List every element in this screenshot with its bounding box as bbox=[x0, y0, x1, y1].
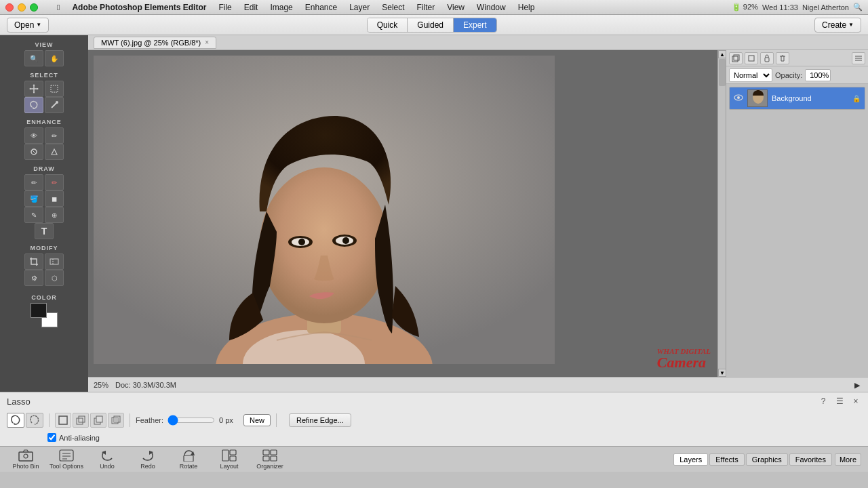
clone-tool[interactable]: ⊕ bbox=[45, 207, 64, 223]
layer-item-background[interactable]: Background 🔒 bbox=[729, 87, 865, 110]
scroll-thumb[interactable] bbox=[719, 59, 726, 86]
svg-marker-1 bbox=[33, 92, 35, 94]
status-arrow-btn[interactable]: ▶ bbox=[854, 381, 863, 389]
tab-close-btn[interactable]: × bbox=[205, 39, 209, 46]
close-button[interactable] bbox=[5, 3, 14, 12]
magic-wand-tool[interactable] bbox=[45, 97, 64, 113]
more-button[interactable]: More bbox=[835, 453, 861, 466]
refine-edge-btn[interactable]: Refine Edge... bbox=[289, 413, 351, 427]
layers-panel: Normal Multiply Screen Opacity: bbox=[726, 50, 868, 377]
rotate-label: Rotate bbox=[180, 463, 198, 470]
menu-layer[interactable]: Layer bbox=[344, 1, 375, 14]
menu-select[interactable]: Select bbox=[376, 1, 410, 14]
zoom-tool[interactable]: 🔍 bbox=[24, 50, 43, 66]
photo-bin-btn[interactable]: Photo Bin bbox=[7, 449, 45, 470]
lasso-magnetic-btn[interactable] bbox=[26, 413, 43, 428]
vertical-scrollbar[interactable]: ▲ ▼ bbox=[717, 50, 726, 377]
svg-rect-22 bbox=[734, 55, 739, 60]
layout-btn[interactable]: Layout bbox=[210, 449, 248, 470]
effects-tab[interactable]: Effects bbox=[709, 453, 744, 466]
search-icon[interactable]: 🔍 bbox=[853, 3, 863, 12]
menu-window[interactable]: Window bbox=[471, 1, 511, 14]
spot-heal-tool[interactable]: ✏ bbox=[45, 127, 64, 144]
tool-menu-icon[interactable]: ☰ bbox=[834, 396, 845, 407]
apple-menu[interactable]:  bbox=[52, 1, 65, 14]
layer-thumbnail bbox=[747, 89, 768, 107]
new-layer-btn[interactable] bbox=[729, 52, 743, 64]
menu-edit[interactable]: Edit bbox=[239, 1, 264, 14]
enhance-tools-row2 bbox=[24, 144, 64, 160]
lock-layer-btn[interactable] bbox=[760, 52, 774, 64]
blend-mode-select[interactable]: Normal Multiply Screen bbox=[729, 68, 772, 82]
new-selection-btn[interactable]: New bbox=[243, 414, 271, 426]
hand-tool[interactable]: ✋ bbox=[45, 50, 64, 66]
brush-tool[interactable]: ✏ bbox=[24, 174, 43, 190]
layers-panel-toolbar bbox=[726, 50, 868, 66]
recompose-tool[interactable] bbox=[45, 253, 64, 270]
sponge-tool[interactable] bbox=[45, 144, 64, 160]
minimize-button[interactable] bbox=[18, 3, 26, 12]
maximize-button[interactable] bbox=[30, 3, 38, 12]
blur-tool[interactable] bbox=[24, 144, 43, 160]
color-replace-tool[interactable]: ⬡ bbox=[45, 270, 64, 286]
menu-enhance[interactable]: Enhance bbox=[300, 1, 342, 14]
lasso-tool[interactable] bbox=[24, 97, 43, 113]
create-button[interactable]: Create ▼ bbox=[814, 18, 861, 33]
tab-title: MWT (6).jpg @ 25% (RGB/8*) bbox=[101, 39, 201, 47]
rotate-btn[interactable]: Rotate bbox=[170, 449, 208, 470]
tool-close-icon[interactable]: × bbox=[850, 396, 861, 407]
canvas-container[interactable]: WHAT DIGITAL Camera bbox=[88, 50, 717, 377]
sel-mode-subtract[interactable] bbox=[90, 413, 106, 428]
shapes-tool[interactable]: ◼ bbox=[45, 190, 64, 207]
doc-size-label: Doc: 30.3M/30.3M bbox=[115, 381, 176, 389]
paint-bucket-tool[interactable]: 🪣 bbox=[24, 190, 43, 207]
move-tool[interactable] bbox=[24, 81, 43, 97]
expert-mode-btn[interactable]: Expert bbox=[454, 18, 496, 32]
marquee-tool[interactable] bbox=[45, 81, 64, 97]
pencil-tool[interactable]: ✎ bbox=[24, 207, 43, 223]
opacity-input[interactable] bbox=[805, 69, 831, 81]
menu-filter[interactable]: Filter bbox=[412, 1, 441, 14]
create-chevron: ▼ bbox=[848, 22, 854, 28]
foreground-color-swatch[interactable] bbox=[31, 303, 47, 318]
crop-tool[interactable] bbox=[24, 253, 43, 270]
lasso-freeform-btn[interactable] bbox=[7, 413, 24, 428]
quick-mode-btn[interactable]: Quick bbox=[368, 18, 408, 32]
layer-visibility-eye[interactable] bbox=[734, 94, 743, 103]
app-name-menu: Adobe Photoshop Elements Editor bbox=[66, 1, 212, 14]
menu-view[interactable]: View bbox=[441, 1, 470, 14]
svg-line-8 bbox=[32, 150, 36, 154]
graphics-tab[interactable]: Graphics bbox=[746, 453, 788, 466]
straighten-tool[interactable]: ⚙ bbox=[24, 270, 43, 286]
eraser-tool[interactable]: ✏ bbox=[45, 174, 64, 190]
svg-rect-54 bbox=[271, 450, 277, 455]
guided-mode-btn[interactable]: Guided bbox=[408, 18, 454, 32]
tool-help-icon[interactable]: ? bbox=[818, 396, 829, 407]
undo-btn[interactable]: Undo bbox=[88, 449, 126, 470]
menu-image[interactable]: Image bbox=[264, 1, 298, 14]
type-tool[interactable]: T bbox=[35, 223, 54, 239]
color-swatches bbox=[31, 303, 58, 327]
layers-menu-btn[interactable] bbox=[852, 52, 865, 64]
anti-alias-checkbox[interactable] bbox=[47, 433, 56, 442]
sel-mode-intersect[interactable] bbox=[108, 413, 124, 428]
svg-rect-40 bbox=[19, 452, 33, 461]
delete-layer-btn[interactable] bbox=[776, 52, 789, 64]
red-eye-tool[interactable]: 👁 bbox=[24, 127, 43, 144]
feather-slider[interactable] bbox=[167, 416, 215, 424]
menu-help[interactable]: Help bbox=[513, 1, 540, 14]
duplicate-layer-btn[interactable] bbox=[745, 52, 758, 64]
organizer-btn[interactable]: Organizer bbox=[251, 449, 289, 470]
status-bar: 25% Doc: 30.3M/30.3M ▶ bbox=[88, 377, 868, 392]
favorites-tab[interactable]: Favorites bbox=[789, 453, 832, 466]
tool-options-btn[interactable]: Tool Options bbox=[47, 449, 85, 470]
layers-tab[interactable]: Layers bbox=[673, 453, 708, 466]
svg-rect-42 bbox=[60, 450, 73, 461]
sel-mode-new[interactable] bbox=[55, 413, 71, 428]
menu-file[interactable]: File bbox=[213, 1, 237, 14]
rotate-icon bbox=[181, 449, 196, 462]
sel-mode-add[interactable] bbox=[73, 413, 89, 428]
document-tab[interactable]: MWT (6).jpg @ 25% (RGB/8*) × bbox=[94, 37, 216, 49]
redo-btn[interactable]: Redo bbox=[129, 449, 167, 470]
open-button[interactable]: Open ▼ bbox=[7, 18, 49, 33]
